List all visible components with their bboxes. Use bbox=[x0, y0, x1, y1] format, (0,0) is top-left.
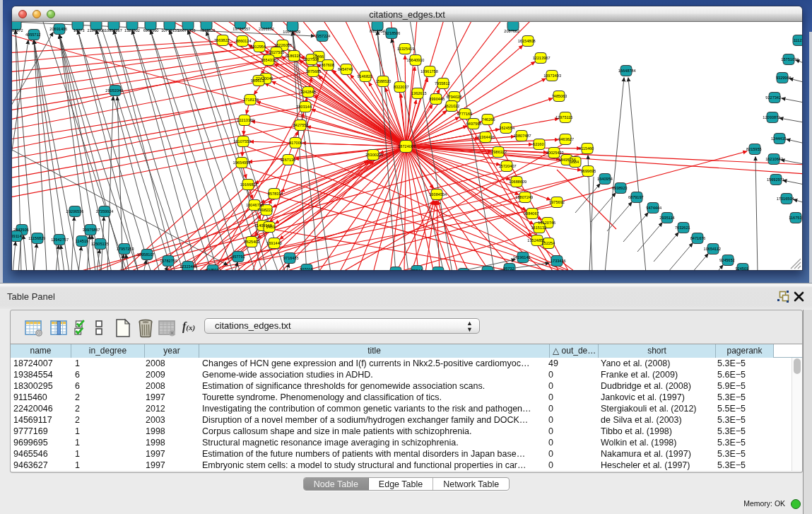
svg-text:6497568: 6497568 bbox=[466, 122, 482, 126]
svg-text:3498222: 3498222 bbox=[257, 208, 273, 212]
svg-text:2087662: 2087662 bbox=[504, 29, 519, 33]
svg-text:8990448: 8990448 bbox=[429, 97, 445, 101]
svg-text:9699695: 9699695 bbox=[581, 169, 596, 173]
svg-text:9146821: 9146821 bbox=[358, 74, 373, 78]
svg-text:9245012: 9245012 bbox=[206, 268, 221, 270]
svg-text:807016: 807016 bbox=[300, 267, 313, 270]
svg-text:20691406: 20691406 bbox=[49, 27, 67, 31]
svg-text:8912954: 8912954 bbox=[250, 45, 266, 49]
svg-text:12213369: 12213369 bbox=[237, 118, 254, 122]
svg-text:252254: 252254 bbox=[542, 241, 555, 245]
svg-text:10807487: 10807487 bbox=[514, 134, 531, 138]
svg-text:3624554: 3624554 bbox=[499, 126, 514, 130]
svg-text:924501: 924501 bbox=[735, 267, 748, 270]
svg-text:417006: 417006 bbox=[289, 141, 302, 145]
svg-text:19218506: 19218506 bbox=[383, 31, 401, 35]
svg-text:15226055: 15226055 bbox=[274, 43, 292, 47]
svg-text:16107553: 16107553 bbox=[233, 139, 251, 144]
svg-text:8215955: 8215955 bbox=[746, 147, 762, 151]
svg-text:16782759: 16782759 bbox=[160, 259, 177, 263]
svg-text:989613: 989613 bbox=[251, 78, 264, 83]
svg-text:1691440: 1691440 bbox=[266, 241, 282, 245]
svg-text:12323446: 12323446 bbox=[180, 264, 197, 269]
svg-text:6794028: 6794028 bbox=[447, 95, 462, 99]
svg-text:9327505: 9327505 bbox=[269, 50, 285, 54]
svg-text:10719155: 10719155 bbox=[161, 28, 179, 33]
svg-text:10688609: 10688609 bbox=[509, 180, 526, 184]
svg-text:12975115: 12975115 bbox=[555, 115, 572, 119]
svg-text:8186328: 8186328 bbox=[286, 54, 301, 58]
svg-text:2803144: 2803144 bbox=[296, 105, 312, 109]
svg-text:17359924: 17359924 bbox=[96, 209, 114, 214]
svg-text:9457791: 9457791 bbox=[230, 255, 245, 259]
svg-text:1621022: 1621022 bbox=[445, 104, 460, 108]
svg-text:7485063: 7485063 bbox=[552, 94, 567, 98]
svg-text:10853267: 10853267 bbox=[105, 28, 122, 33]
svg-text:12405572: 12405572 bbox=[12, 28, 23, 33]
svg-text:7515526: 7515526 bbox=[200, 28, 216, 33]
svg-text:39114: 39114 bbox=[12, 234, 22, 238]
svg-text:8938923: 8938923 bbox=[612, 186, 628, 190]
svg-text:746266: 746266 bbox=[482, 117, 495, 122]
svg-text:2935114: 2935114 bbox=[659, 216, 674, 220]
svg-text:18807249: 18807249 bbox=[515, 195, 533, 199]
svg-text:2867608: 2867608 bbox=[319, 63, 334, 67]
svg-text:9716485: 9716485 bbox=[283, 256, 299, 260]
svg-text:16154808: 16154808 bbox=[518, 39, 536, 43]
svg-text:9227342: 9227342 bbox=[765, 95, 781, 100]
svg-text:15720407: 15720407 bbox=[499, 164, 517, 168]
svg-text:12942757: 12942757 bbox=[51, 238, 69, 242]
svg-text:9884: 9884 bbox=[570, 160, 579, 164]
svg-text:6966160: 6966160 bbox=[143, 28, 159, 33]
svg-text:7986322: 7986322 bbox=[491, 150, 507, 154]
svg-text:16046738: 16046738 bbox=[246, 203, 264, 207]
svg-text:30975867: 30975867 bbox=[83, 228, 100, 232]
svg-text:8471676: 8471676 bbox=[690, 236, 706, 240]
svg-text:17957253: 17957253 bbox=[117, 247, 134, 251]
svg-text:9245652: 9245652 bbox=[719, 258, 735, 262]
svg-text:17016504: 17016504 bbox=[777, 197, 794, 201]
svg-text:1975692: 1975692 bbox=[549, 200, 565, 204]
svg-text:9777169: 9777169 bbox=[457, 112, 473, 116]
svg-text:19384554: 19384554 bbox=[429, 192, 447, 197]
svg-text:95732: 95732 bbox=[503, 267, 514, 270]
svg-text:10053809: 10053809 bbox=[283, 30, 300, 34]
svg-text:3875685: 3875685 bbox=[306, 69, 322, 74]
svg-text:11123: 11123 bbox=[794, 38, 802, 42]
svg-text:1588520: 1588520 bbox=[376, 79, 392, 83]
svg-text:2106392: 2106392 bbox=[259, 27, 274, 31]
svg-text:10958107: 10958107 bbox=[137, 252, 155, 257]
svg-text:12093872: 12093872 bbox=[763, 115, 780, 119]
svg-text:10025433: 10025433 bbox=[546, 151, 564, 155]
svg-text:8860124: 8860124 bbox=[236, 39, 252, 43]
svg-text:21364436: 21364436 bbox=[477, 135, 495, 139]
svg-text:6879197: 6879197 bbox=[628, 195, 644, 199]
svg-text:773344: 773344 bbox=[409, 269, 423, 270]
svg-text:19734557: 19734557 bbox=[233, 27, 250, 31]
svg-text:2718176: 2718176 bbox=[243, 98, 259, 102]
svg-text:7955812: 7955812 bbox=[435, 81, 450, 86]
svg-text:1527602: 1527602 bbox=[124, 28, 140, 33]
svg-text:116753: 116753 bbox=[789, 216, 801, 220]
svg-text:1640954: 1640954 bbox=[597, 177, 613, 181]
svg-text:4055712: 4055712 bbox=[25, 33, 41, 37]
svg-text:12505135: 12505135 bbox=[91, 242, 109, 246]
svg-text:9463627: 9463627 bbox=[558, 137, 574, 141]
svg-text:20206536: 20206536 bbox=[66, 209, 84, 214]
svg-text:7663822: 7663822 bbox=[214, 38, 230, 42]
svg-text:9242848: 9242848 bbox=[300, 90, 316, 94]
svg-text:8322037: 8322037 bbox=[394, 85, 409, 89]
svg-text:11325419: 11325419 bbox=[397, 47, 414, 51]
svg-text:8578334: 8578334 bbox=[268, 192, 283, 196]
svg-text:15751074: 15751074 bbox=[781, 57, 799, 62]
svg-text:9329966: 9329966 bbox=[776, 76, 792, 80]
svg-text:11156829: 11156829 bbox=[28, 236, 45, 240]
svg-text:9084067: 9084067 bbox=[524, 211, 539, 216]
svg-text:9474444: 9474444 bbox=[646, 206, 661, 210]
svg-text:15692971: 15692971 bbox=[767, 177, 784, 182]
svg-text:1362615: 1362615 bbox=[411, 91, 427, 95]
svg-text:2843506: 2843506 bbox=[13, 228, 29, 232]
svg-text:10973493: 10973493 bbox=[543, 74, 561, 78]
svg-text:16648784: 16648784 bbox=[618, 69, 636, 73]
svg-text:3267130: 3267130 bbox=[281, 158, 296, 162]
